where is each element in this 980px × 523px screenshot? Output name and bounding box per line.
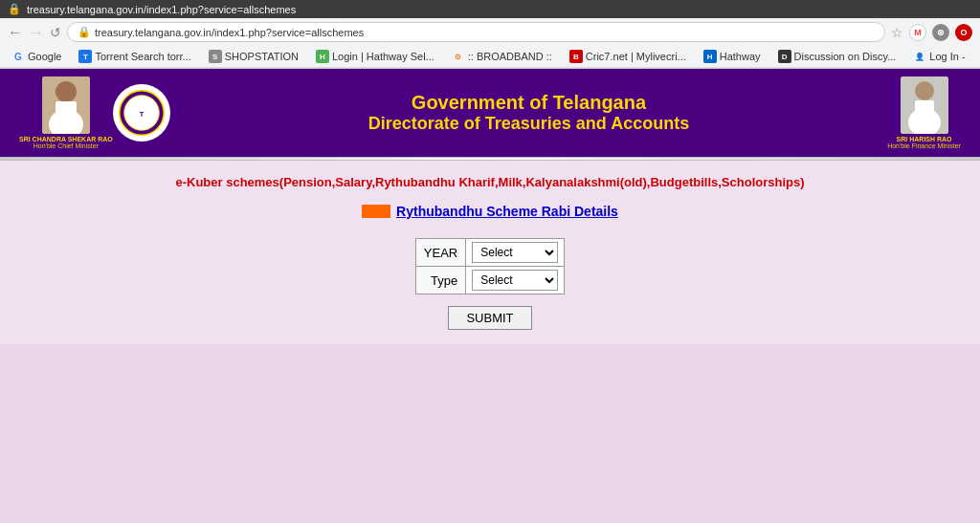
bookmark-hathway-login-label: Login | Hathway Sel...: [332, 51, 434, 62]
opera-icon[interactable]: O: [955, 24, 972, 41]
shopstation-icon: S: [209, 50, 222, 63]
form-section: YEAR Select 2019-20 2020-21 2021-22 2022…: [19, 238, 961, 330]
content-area: e-Kuber schemes(Pension,Salary,Rythuband…: [0, 161, 980, 344]
reload-button[interactable]: ↺: [50, 25, 61, 40]
cm-section: SRI CHANDRA SHEKAR RAO Hon'ble Chief Min…: [19, 76, 113, 149]
fm-section: SRI HARISH RAO Hon'ble Finance Minister: [887, 76, 961, 149]
header-title2: Directorate of Treasuries and Accounts: [170, 114, 887, 134]
bookmark-shopstation-label: SHOPSTATION: [225, 51, 299, 62]
rabi-link-row: Rythubandhu Scheme Rabi Details: [19, 204, 961, 219]
bookmark-login[interactable]: 👤 Log In -: [909, 48, 969, 65]
bookmark-google[interactable]: G Google: [8, 48, 65, 65]
svg-rect-3: [56, 101, 77, 120]
orange-bar: [362, 205, 390, 218]
type-row: Type Select Kharif Rabi: [415, 267, 564, 294]
svg-point-8: [915, 81, 934, 100]
title-bar: 🔒 treasury.telangana.gov.in/index1.php?s…: [0, 0, 980, 18]
site-header: SRI CHANDRA SHEKAR RAO Hon'ble Chief Min…: [0, 69, 980, 157]
bookmark-discussion-label: Discussion on Discy...: [794, 51, 897, 62]
forward-button[interactable]: →: [29, 24, 44, 41]
lock-icon-url: 🔒: [78, 26, 91, 38]
login-icon: 👤: [913, 50, 926, 63]
hathway-icon: H: [703, 50, 717, 63]
svg-rect-10: [915, 100, 934, 118]
form-table: YEAR Select 2019-20 2020-21 2021-22 2022…: [415, 238, 565, 294]
bookmark-hathway[interactable]: H Hathway: [700, 48, 765, 65]
year-label: YEAR: [415, 239, 465, 267]
type-label: Type: [415, 267, 465, 294]
bookmark-broadband[interactable]: ⊙ :: BROADBAND ::: [448, 48, 556, 65]
extension-icon1[interactable]: ⊗: [932, 24, 949, 41]
type-select[interactable]: Select Kharif Rabi: [472, 270, 558, 291]
hathway-login-icon: H: [316, 50, 329, 63]
url-display: treasury.telangana.gov.in/index1.php?ser…: [27, 4, 296, 15]
telangana-logo: T: [113, 84, 170, 142]
type-select-cell: Select Kharif Rabi: [466, 267, 565, 294]
bookmark-cric7[interactable]: B Cric7.net | Mylivecri...: [566, 48, 690, 65]
submit-row: SUBMIT: [448, 306, 531, 330]
discussion-icon: D: [778, 50, 791, 63]
header-title1: Government of Telangana: [170, 92, 887, 114]
broadband-icon: ⊙: [452, 50, 465, 63]
lock-icon: 🔒: [8, 3, 21, 15]
bookmark-shopstation[interactable]: S SHOPSTATION: [205, 48, 302, 65]
fm-name: SRI HARISH RAO Hon'ble Finance Minister: [887, 136, 961, 149]
bookmark-hathway-label: Hathway: [720, 51, 761, 62]
url-bar-row: ← → ↺ 🔒 treasury.telangana.gov.in/index1…: [0, 18, 980, 46]
bookmark-cric7-label: Cric7.net | Mylivecri...: [586, 51, 686, 62]
svg-point-1: [56, 81, 77, 102]
google-icon: G: [11, 50, 25, 63]
bookmark-broadband-label: :: BROADBAND ::: [468, 51, 552, 62]
bookmark-google-label: Google: [28, 51, 61, 62]
bookmark-torrent-label: Torrent Search torr...: [95, 51, 190, 62]
cm-name: SRI CHANDRA SHEKAR RAO Hon'ble Chief Min…: [19, 136, 113, 149]
bookmark-torrent[interactable]: T Torrent Search torr...: [75, 48, 194, 65]
gmail-icon[interactable]: M: [909, 24, 926, 41]
bookmark-hathway-login[interactable]: H Login | Hathway Sel...: [312, 48, 438, 65]
bookmark-login-label: Log In -: [929, 51, 965, 62]
rabi-link[interactable]: Rythubandhu Scheme Rabi Details: [396, 204, 618, 219]
back-button[interactable]: ←: [8, 24, 23, 41]
header-center: Government of Telangana Directorate of T…: [170, 92, 887, 134]
scheme-title: e-Kuber schemes(Pension,Salary,Rythuband…: [19, 175, 961, 189]
bookmarks-bar: G Google T Torrent Search torr... S SHOP…: [0, 46, 980, 68]
year-select-cell: Select 2019-20 2020-21 2021-22 2022-23: [466, 239, 565, 267]
bookmark-discussion[interactable]: D Discussion on Discy...: [774, 48, 901, 65]
year-select[interactable]: Select 2019-20 2020-21 2021-22 2022-23: [472, 242, 558, 263]
url-text: treasury.telangana.gov.in/index1.php?ser…: [95, 27, 364, 38]
bookmark-star-icon[interactable]: ☆: [891, 25, 903, 40]
year-row: YEAR Select 2019-20 2020-21 2021-22 2022…: [415, 239, 564, 267]
url-bar[interactable]: 🔒 treasury.telangana.gov.in/index1.php?s…: [67, 22, 885, 42]
cm-photo: [42, 76, 90, 134]
torrent-icon: T: [78, 50, 92, 63]
fm-photo: [901, 76, 948, 134]
svg-text:T: T: [139, 110, 144, 119]
page-wrapper: SRI CHANDRA SHEKAR RAO Hon'ble Chief Min…: [0, 69, 980, 523]
submit-button[interactable]: SUBMIT: [448, 306, 531, 330]
cric7-icon: B: [569, 50, 583, 63]
